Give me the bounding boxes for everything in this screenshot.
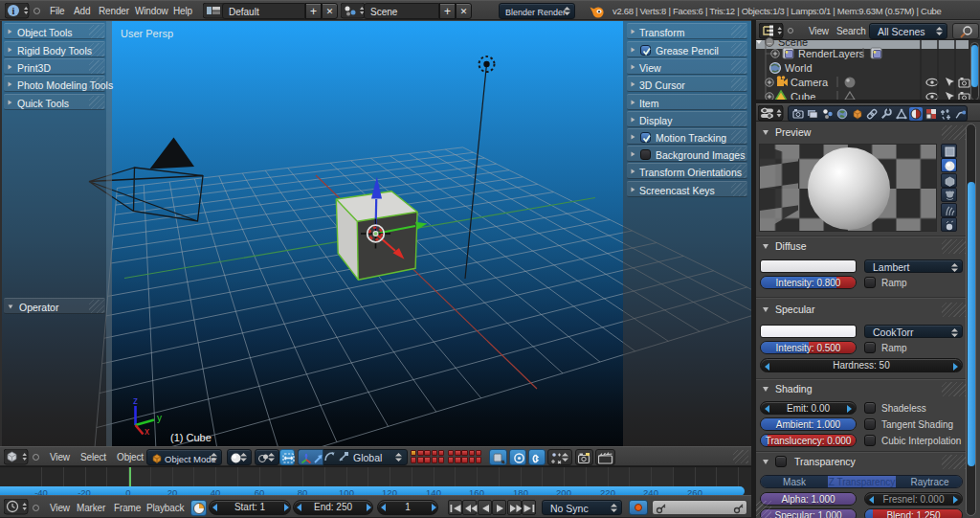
svg-text:Camera: Camera	[791, 77, 829, 88]
svg-text:(1) Cube: (1) Cube	[170, 432, 212, 443]
svg-text:RenderLayers: RenderLayers	[798, 48, 865, 59]
svg-text:z: z	[133, 395, 138, 406]
svg-text:i: i	[12, 6, 15, 16]
svg-text:x: x	[145, 426, 149, 437]
svg-text:Cube: Cube	[791, 91, 815, 100]
svg-text:User Persp: User Persp	[121, 28, 173, 39]
svg-text:World: World	[785, 62, 813, 74]
svg-text:y: y	[157, 413, 162, 423]
